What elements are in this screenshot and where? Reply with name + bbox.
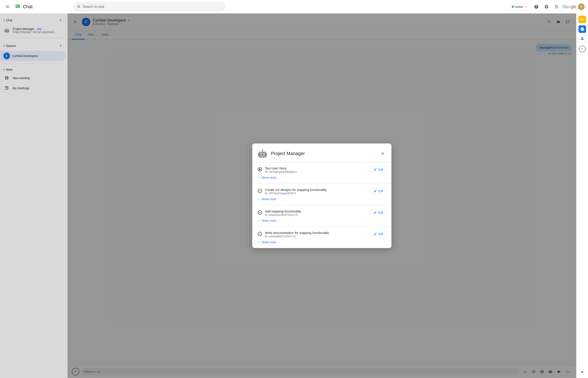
item-0-status-icon [257,167,262,172]
modal-item-3: Write documentation for mapping function… [252,227,391,248]
item-2-content: Add mapping functionality ID: bSq2vi1dvV… [265,209,368,216]
app-badge: App [36,27,43,30]
chat-section-label: ▾ Chat [3,19,12,22]
modal-overlay[interactable]: 🤖 Project Manager ✕ Test User Story ID: … [67,14,576,378]
new-meeting-icon [3,75,10,81]
new-chat-button[interactable]: + [57,17,64,24]
modal-item-1-header: Create UX designs for mapping functional… [257,188,386,195]
item-2-status-icon [257,210,262,215]
chat-section-arrow: ▾ [3,19,5,22]
meet-section-header[interactable]: ▾ Meet [0,66,67,73]
chat-section-header[interactable]: ▾ Chat + [0,15,67,25]
top-bar-left: Chat [3,2,71,11]
google-logo: Google [562,4,576,10]
my-meetings-icon [3,85,10,92]
modal-item-2: Add mapping functionality ID: bSq2vi1dvV… [252,205,391,227]
item-2-show-more[interactable]: Show more [257,219,386,222]
top-bar-right: Active Google A [509,2,585,11]
sidebar-item-project-manager[interactable]: 🤖 Project Manager App Project Manager: S… [0,25,66,35]
sidebar: ▾ Chat + 🤖 Project Manager App Project M… [0,14,67,378]
item-3-content: Write documentation for mapping function… [265,231,368,238]
chat-section-title: Chat [6,19,12,22]
item-1-title: Create UX designs for mapping functional… [265,188,368,191]
modal-header: 🤖 Project Manager ✕ [252,143,391,162]
item-3-edit-button[interactable]: Edit [370,231,386,237]
modal-close-button[interactable]: ✕ [379,150,386,157]
svg-marker-4 [259,169,261,170]
item-3-show-more[interactable]: Show more [257,241,386,244]
project-manager-name-row: Project Manager App [13,27,62,31]
item-0-edit-button[interactable]: Edit [370,166,386,173]
new-meeting-item[interactable]: New meeting [0,73,66,83]
item-2-title: Add mapping functionality [265,209,368,213]
modal-item-0-header: Test User Story ID: 1XcZgrPqqUjnlW6pBczX… [257,166,386,173]
modal-item-3-header: Write documentation for mapping function… [257,231,386,238]
chat-section: ▾ Chat + 🤖 Project Manager App Project M… [0,14,67,37]
my-meetings-label: My meetings [13,86,29,90]
right-app-person[interactable] [578,35,586,42]
project-manager-avatar: 🤖 [3,27,10,34]
svg-point-7 [258,211,262,214]
item-1-status-icon [257,188,262,193]
meet-section-label: ▾ Meet [3,68,13,71]
right-sidebar: + [576,14,588,378]
item-2-edit-button[interactable]: Edit [370,209,386,216]
search-bar[interactable]: Search in chat [73,2,225,12]
item-1-id: ID: J5TI7jsnF2rppw0hFB7S [265,192,368,195]
spaces-section-title: Spaces [6,44,16,47]
svg-rect-2 [16,6,18,7]
chat-logo-icon [14,3,21,10]
project-manager-modal: 🤖 Project Manager ✕ Test User Story ID: … [252,143,391,248]
user-avatar[interactable]: A [578,3,585,10]
item-3-status-icon [257,231,262,236]
app-logo: Chat [14,3,32,10]
modal-title: Project Manager [271,151,375,156]
project-manager-sub: Project Manager: Sent an attachment [13,31,62,34]
spaces-section-label: ▾ Spaces [3,44,16,47]
item-1-edit-button[interactable]: Edit [370,188,386,194]
my-meetings-item[interactable]: My meetings [0,83,66,93]
cymbal-developers-name: Cymbal Developers [12,54,38,58]
item-3-title: Write documentation for mapping function… [265,231,368,235]
apps-button[interactable] [552,2,561,11]
content-area: C Cymbal Developers 4 members · Restrict… [67,14,576,378]
sidebar-divider-2 [3,64,64,64]
item-0-content: Test User Story ID: 1XcZgrPqqUjnlW6pBczX [265,166,368,173]
modal-item-0: Test User Story ID: 1XcZgrPqqUjnlW6pBczX… [252,162,391,184]
modal-item-1: Create UX designs for mapping functional… [252,184,391,205]
right-sidebar-scroll [580,370,584,376]
project-manager-name: Project Manager [13,27,34,31]
app-title: Chat [23,4,32,10]
status-label: Active [515,5,523,8]
new-space-button[interactable]: + [57,42,64,49]
modal-robot-icon: 🤖 [257,148,267,159]
spaces-section: ▾ Spaces + C Cymbal Developers [0,39,67,63]
sidebar-item-cymbal-developers[interactable]: C Cymbal Developers [0,51,66,61]
cymbal-developers-icon: C [3,53,10,59]
settings-button[interactable] [542,2,551,11]
hamburger-button[interactable] [3,2,12,11]
search-icon [77,5,81,9]
meet-section: ▾ Meet New meeting My meetings [0,65,67,95]
chevron-down-icon [524,5,528,8]
item-0-id: ID: 1XcZgrPqqUjnlW6pBczX [265,170,368,173]
modal-item-2-header: Add mapping functionality ID: bSq2vi1dvV… [257,209,386,216]
status-button[interactable]: Active [509,4,530,10]
status-dot [512,6,514,8]
search-placeholder: Search in chat [83,5,104,9]
right-app-tasks[interactable] [578,25,586,33]
top-bar: Chat Search in chat Active Google A [0,0,588,14]
item-0-title: Test User Story [265,166,368,170]
help-button[interactable] [532,2,541,11]
sidebar-divider-1 [3,38,64,38]
project-manager-content: Project Manager App Project Manager: Sen… [13,27,62,34]
meet-section-arrow: ▾ [3,68,5,71]
item-1-show-more[interactable]: Show more [257,197,386,201]
new-meeting-label: New meeting [13,76,30,80]
item-0-show-more[interactable]: Show more [257,176,386,179]
item-1-content: Create UX designs for mapping functional… [265,188,368,195]
right-app-notes[interactable] [578,16,586,23]
spaces-section-header[interactable]: ▾ Spaces + [0,41,67,51]
meet-section-title: Meet [6,68,13,71]
right-sidebar-add-button[interactable]: + [579,45,586,52]
